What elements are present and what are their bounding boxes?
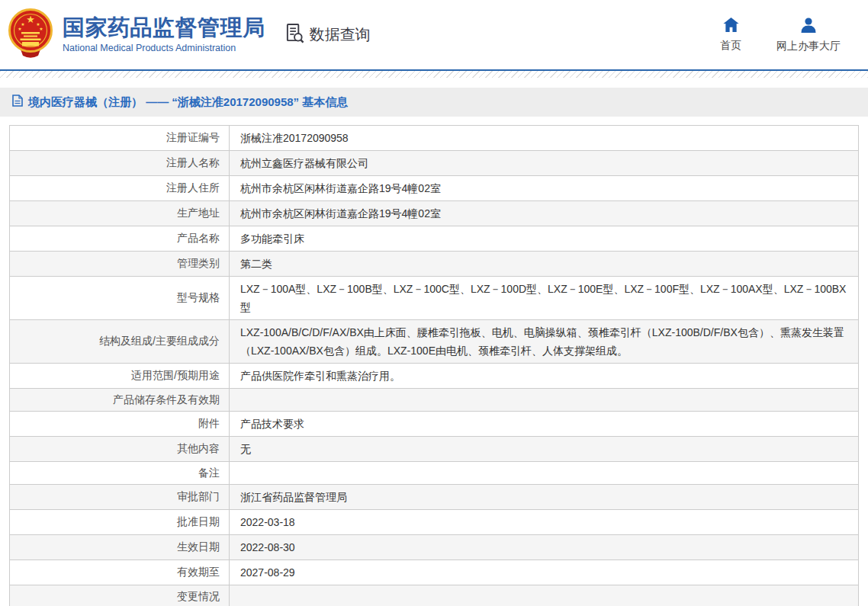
table-row: 生产地址 杭州市余杭区闲林街道嘉企路19号4幢02室 <box>10 200 858 226</box>
row-label: 结构及组成/主要组成成分 <box>10 320 230 363</box>
table-row: 产品名称 多功能牵引床 <box>10 226 858 251</box>
row-label: 有效期至 <box>10 560 230 585</box>
row-label: 产品储存条件及有效期 <box>10 389 230 411</box>
data-query-button[interactable]: 数据查询 <box>285 23 371 47</box>
row-value: 杭州市余杭区闲林街道嘉企路19号4幢02室 <box>230 201 858 226</box>
table-row: 管理类别 第二类 <box>10 251 858 276</box>
row-label: 管理类别 <box>10 252 230 276</box>
document-search-icon <box>285 23 304 47</box>
table-row: 审批部门 浙江省药品监督管理局 <box>10 484 858 509</box>
top-nav: 首页 网上办事大厅 <box>720 17 868 53</box>
row-label: 注册人住所 <box>10 176 230 200</box>
row-label: 批准日期 <box>10 510 230 534</box>
home-icon <box>722 17 740 35</box>
logo-text: 国家药品监督管理局 National Medical Products Admi… <box>63 16 265 53</box>
table-row: 批准日期 2022-03-18 <box>10 509 858 534</box>
row-label: 审批部门 <box>10 485 230 509</box>
row-value: 2022-08-30 <box>230 535 858 560</box>
site-header: ★ ★ ★ ★ ★ 国家药品监督管理局 National Medical Pro… <box>0 0 868 69</box>
nav-service-hall[interactable]: 网上办事大厅 <box>776 17 841 53</box>
svg-text:★: ★ <box>18 27 21 31</box>
row-label: 其他内容 <box>10 437 230 461</box>
table-row: 注册人住所 杭州市余杭区闲林街道嘉企路19号4幢02室 <box>10 175 858 200</box>
row-value: 浙江省药品监督管理局 <box>230 485 858 509</box>
row-value: 无 <box>230 437 858 461</box>
svg-text:★: ★ <box>39 27 43 31</box>
table-row: 备注 <box>10 461 858 484</box>
row-label: 生效日期 <box>10 535 230 560</box>
row-label: 型号规格 <box>10 277 230 319</box>
nav-home-label: 首页 <box>720 39 741 53</box>
row-value: 第二类 <box>230 252 858 276</box>
row-label: 备注 <box>10 462 230 484</box>
table-row: 结构及组成/主要组成成分 LXZ-100A/B/C/D/F/AX/BX由上床面、… <box>10 319 858 363</box>
table-row: 变更情况 <box>10 585 858 606</box>
info-table: 注册证编号 浙械注准20172090958 注册人名称 杭州立鑫医疗器械有限公司… <box>9 125 859 606</box>
table-row: 产品储存条件及有效期 <box>10 388 858 411</box>
org-name-en: National Medical Products Administration <box>63 43 265 53</box>
row-value <box>230 585 858 606</box>
row-value: 杭州市余杭区闲林街道嘉企路19号4幢02室 <box>230 176 858 200</box>
row-value: LXZ-100A/B/C/D/F/AX/BX由上床面、腰椎牵引拖板、电机、电脑操… <box>230 320 858 363</box>
nmpa-logo[interactable]: ★ ★ ★ ★ ★ 国家药品监督管理局 National Medical Pro… <box>8 8 265 63</box>
row-value: 2022-03-18 <box>230 510 858 534</box>
document-icon <box>12 95 23 110</box>
page-title-bar: 境内医疗器械（注册） —— “浙械注准20172090958” 基本信息 <box>0 88 868 117</box>
org-name-zh: 国家药品监督管理局 <box>63 16 265 40</box>
row-label: 生产地址 <box>10 201 230 226</box>
table-row: 型号规格 LXZ－100A型、LXZ－100B型、LXZ－100C型、LXZ－1… <box>10 276 858 319</box>
row-value: 多功能牵引床 <box>230 226 858 251</box>
row-label: 产品名称 <box>10 226 230 251</box>
row-value: 2027-08-29 <box>230 560 858 585</box>
row-value <box>230 389 858 411</box>
row-value: LXZ－100A型、LXZ－100B型、LXZ－100C型、LXZ－100D型、… <box>230 277 858 319</box>
data-query-label: 数据查询 <box>310 24 371 45</box>
page-title: 境内医疗器械（注册） —— “浙械注准20172090958” 基本信息 <box>28 95 348 110</box>
row-value: 杭州立鑫医疗器械有限公司 <box>230 151 858 175</box>
row-label: 适用范围/预期用途 <box>10 364 230 388</box>
row-label: 变更情况 <box>10 585 230 606</box>
nav-home[interactable]: 首页 <box>720 17 741 53</box>
table-row: 适用范围/预期用途 产品供医院作牵引和熏蒸治疗用。 <box>10 363 858 388</box>
row-value: 浙械注准20172090958 <box>230 126 858 150</box>
nav-service-hall-label: 网上办事大厅 <box>776 40 841 53</box>
table-row: 附件 产品技术要求 <box>10 411 858 436</box>
user-icon <box>800 17 817 36</box>
row-label: 注册人名称 <box>10 151 230 175</box>
row-label: 注册证编号 <box>10 126 230 150</box>
row-label: 附件 <box>10 412 230 436</box>
national-emblem-icon: ★ ★ ★ ★ ★ <box>8 8 53 63</box>
table-row: 其他内容 无 <box>10 436 858 461</box>
header-divider-hatch <box>0 71 868 78</box>
table-row: 注册人名称 杭州立鑫医疗器械有限公司 <box>10 150 858 175</box>
table-row: 生效日期 2022-08-30 <box>10 534 858 560</box>
row-value: 产品技术要求 <box>230 412 858 436</box>
table-row: 注册证编号 浙械注准20172090958 <box>10 126 858 150</box>
row-value <box>230 462 858 484</box>
svg-text:★: ★ <box>26 14 35 25</box>
table-row: 有效期至 2027-08-29 <box>10 560 858 585</box>
row-value: 产品供医院作牵引和熏蒸治疗用。 <box>230 364 858 388</box>
